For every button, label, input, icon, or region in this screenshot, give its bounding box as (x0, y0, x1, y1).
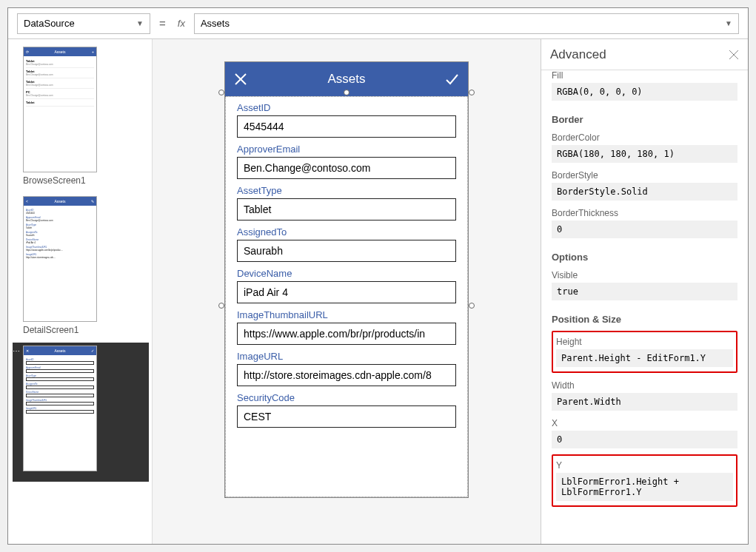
prop-x-label: X (552, 418, 737, 428)
prop-fill-label: Fill (552, 70, 737, 81)
resize-handle[interactable] (469, 303, 475, 309)
prop-x-value[interactable]: 0 (552, 431, 737, 448)
equals-sign: = (156, 17, 169, 30)
thumb-header: < Assets ✎ (24, 197, 96, 206)
fx-label: fx (175, 18, 188, 29)
formula-input[interactable]: Assets ▼ (194, 13, 739, 34)
advanced-panel-header: Advanced (541, 39, 748, 70)
field-input[interactable]: 4545444 (237, 115, 456, 138)
prop-width-value[interactable]: Parent.Width (552, 393, 737, 411)
thumb-frame: ✕ Assets ✓ AssetID4545444 ApproverEmailB… (23, 346, 97, 471)
more-icon[interactable]: ⋯ (13, 347, 20, 355)
thumb-frame: < Assets ✎ AssetID4545444 ApproverEmailB… (23, 196, 97, 322)
property-selector[interactable]: DataSource ▼ (17, 13, 150, 34)
edit-form[interactable]: AssetID 4545444 ApproverEmail Ben.Change… (225, 96, 468, 497)
thumb-frame: ⟳ Assets + TabletBen.Change@contoso.com … (23, 47, 97, 172)
field-input[interactable]: iPad Air 4 (237, 281, 456, 303)
field-approver-email: ApproverEmail Ben.Change@contoso.com (237, 144, 456, 179)
resize-handle[interactable] (469, 90, 475, 95)
field-label: AssetType (237, 185, 456, 196)
field-input[interactable]: https://www.apple.com/br/pr/products/in (237, 323, 456, 345)
field-image-thumbnail-url: ImageThumbnailURL https://www.apple.com/… (237, 309, 456, 345)
prop-borderthickness-label: BorderThickness (552, 208, 737, 218)
field-asset-id: AssetID 4545444 (237, 102, 456, 138)
field-input[interactable]: CEST (237, 405, 456, 428)
phone-screen[interactable]: Assets AssetID 4545444 ApproverEmail Ben… (224, 61, 469, 498)
field-label: DeviceName (237, 268, 456, 279)
field-image-url: ImageURL http://store.storeimages.cdn-ap… (237, 351, 456, 386)
field-label: ImageThumbnailURL (237, 309, 456, 320)
field-input[interactable]: Tablet (237, 198, 456, 221)
section-border: Border (552, 114, 737, 125)
field-device-name: DeviceName iPad Air 4 (237, 268, 456, 303)
prop-height-label: Height (556, 337, 733, 347)
thumb-header: ✕ Assets ✓ (24, 346, 96, 355)
prop-visible-label: Visible (552, 270, 737, 280)
field-label: AssetID (237, 102, 456, 113)
prop-width-label: Width (552, 380, 737, 391)
prop-borderstyle-value[interactable]: BorderStyle.Solid (552, 183, 737, 201)
field-input[interactable]: Saurabh (237, 240, 456, 262)
prop-borderthickness-value[interactable]: 0 (552, 221, 737, 238)
field-input[interactable]: Ben.Change@contoso.com (237, 157, 456, 179)
main-area: ⟳ Assets + TabletBen.Change@contoso.com … (8, 39, 748, 544)
highlight-height: Height Parent.Height - EditForm1.Y (552, 331, 737, 373)
close-icon[interactable] (234, 73, 247, 86)
field-label: AssignedTo (237, 226, 456, 238)
prop-bordercolor-value[interactable]: RGBA(180, 180, 180, 1) (552, 145, 737, 163)
property-selector-value: DataSource (24, 18, 75, 29)
field-security-code: SecurityCode CEST (237, 392, 456, 428)
resize-handle[interactable] (218, 90, 224, 95)
advanced-panel: Advanced Fill RGBA(0, 0, 0, 0) Border Bo… (541, 39, 748, 544)
app-window: DataSource ▼ = fx Assets ▼ ⟳ Assets + (7, 7, 749, 545)
section-options: Options (552, 252, 737, 263)
advanced-panel-body[interactable]: Fill RGBA(0, 0, 0, 0) Border BorderColor… (541, 70, 748, 544)
chevron-down-icon: ▼ (136, 19, 144, 27)
field-assigned-to: AssignedTo Saurabh (237, 226, 456, 262)
formula-input-value: Assets (201, 18, 230, 29)
resize-handle[interactable] (344, 90, 349, 95)
chevron-down-icon: ▼ (725, 19, 732, 27)
field-label: SecurityCode (237, 392, 456, 403)
prop-fill-value[interactable]: RGBA(0, 0, 0, 0) (552, 83, 737, 101)
prop-bordercolor-label: BorderColor (552, 132, 737, 143)
panel-title: Advanced (550, 47, 606, 62)
screen-thumb-browse[interactable]: ⟳ Assets + TabletBen.Change@contoso.com … (13, 44, 149, 193)
close-icon[interactable] (729, 50, 739, 60)
field-asset-type: AssetType Tablet (237, 185, 456, 221)
prop-y-value[interactable]: LblFormError1.Height + LblFormError1.Y (556, 473, 733, 501)
highlight-y: Y LblFormError1.Height + LblFormError1.Y (552, 454, 737, 507)
prop-height-value[interactable]: Parent.Height - EditForm1.Y (556, 349, 733, 367)
app-header-title: Assets (327, 72, 365, 87)
screen-thumb-edit[interactable]: ⋯ ✕ Assets ✓ AssetID4545444 ApproverEmai… (13, 343, 149, 482)
field-label: ImageURL (237, 351, 456, 362)
field-input[interactable]: http://store.storeimages.cdn-apple.com/8 (237, 364, 456, 386)
prop-borderstyle-label: BorderStyle (552, 170, 737, 181)
formula-bar: DataSource ▼ = fx Assets ▼ (8, 8, 748, 39)
prop-visible-value[interactable]: true (552, 283, 737, 300)
screens-sidebar[interactable]: ⟳ Assets + TabletBen.Change@contoso.com … (8, 39, 153, 544)
thumb-header: ⟳ Assets + (24, 47, 96, 56)
canvas[interactable]: Assets AssetID 4545444 ApproverEmail Ben… (153, 39, 541, 544)
resize-handle[interactable] (218, 303, 224, 309)
thumb-label: DetailScreen1 (23, 325, 149, 335)
field-label: ApproverEmail (237, 144, 456, 155)
prop-y-label: Y (556, 460, 733, 471)
thumb-label: BrowseScreen1 (23, 175, 149, 186)
section-position-size: Position & Size (552, 314, 737, 325)
check-icon[interactable] (444, 72, 459, 87)
screen-thumb-detail[interactable]: < Assets ✎ AssetID4545444 ApproverEmailB… (13, 193, 149, 343)
